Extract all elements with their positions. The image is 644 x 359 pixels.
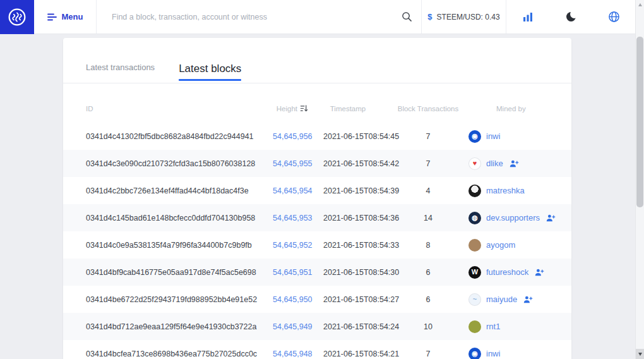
menu-button[interactable]: Menu xyxy=(34,0,96,33)
miner-avatar: ◉ xyxy=(468,130,481,143)
block-timestamp: 2021-06-15T08:54:27 xyxy=(308,295,388,304)
table-row: 0341d4c3e090cd210732fcfd3ac15b8076038128… xyxy=(63,150,571,177)
block-timestamp: 2021-06-15T08:54:42 xyxy=(308,159,388,168)
tab-latest-blocks[interactable]: Latest blocks xyxy=(179,63,241,83)
mined-by-cell: ayogom xyxy=(468,239,549,252)
block-id: 0341d4c41302fbf5dbc8682a8484fbd22c944941 xyxy=(86,132,273,141)
tab-latest-blocks-label: Latest blocks xyxy=(179,63,241,75)
block-height-link[interactable]: 54,645,950 xyxy=(273,295,313,304)
miner-account-link[interactable]: matreshka xyxy=(486,186,525,195)
block-id: 0341d4be6722d25f2943719fd988952bb4e91e52 xyxy=(86,295,273,304)
latest-blocks-card: Latest transactions Latest blocks ID Hei… xyxy=(63,38,571,359)
search-button[interactable] xyxy=(392,0,421,34)
miner-account-link[interactable]: dlike xyxy=(486,159,503,168)
block-timestamp: 2021-06-15T08:54:30 xyxy=(308,268,388,277)
column-header-mined-by: Mined by xyxy=(468,105,549,123)
table-row: 0341d4c0e9a538135f4a79f96fa34400b7c9b9fb… xyxy=(63,231,571,259)
table-row: 0341d4bcfea713ce8698b436ea775b27025dcc0c… xyxy=(63,340,571,359)
tab-latest-transactions[interactable]: Latest transactions xyxy=(86,63,155,83)
sort-icon xyxy=(300,104,308,113)
block-transactions-count: 7 xyxy=(388,350,468,358)
scrollbar-thumb[interactable] xyxy=(636,37,643,207)
block-transactions-count: 7 xyxy=(388,159,468,168)
search-icon xyxy=(402,11,412,22)
miner-avatar: W xyxy=(468,266,481,279)
block-height-link[interactable]: 54,645,951 xyxy=(273,268,313,277)
miner-account-link[interactable]: inwi xyxy=(486,349,500,358)
block-id: 0341d4bd712ae9eaa129f5f64e9e41930cb3722a xyxy=(86,322,273,331)
miner-avatar: ◍ xyxy=(468,212,481,224)
block-height-link[interactable]: 54,645,949 xyxy=(273,322,313,331)
mined-by-cell: ♥ dlike xyxy=(468,157,549,170)
block-id: 0341d4c145bad61e148bcfecc0ddfd704130b958 xyxy=(86,214,273,222)
stats-button[interactable] xyxy=(506,0,549,33)
hamburger-icon xyxy=(47,13,57,21)
block-timestamp: 2021-06-15T08:54:39 xyxy=(308,186,388,195)
miner-avatar: ~ xyxy=(468,293,481,306)
scrollbar-up-button[interactable] xyxy=(636,0,644,9)
block-id: 0341d4c2bbc726e134ef4ffad44c4bf18dac4f3e xyxy=(86,186,273,195)
block-height-link[interactable]: 54,645,955 xyxy=(273,159,313,168)
block-transactions-count: 6 xyxy=(388,295,468,304)
price-label: STEEM/USD: 0.43 xyxy=(437,13,500,21)
miner-account-link[interactable]: dev.supporters xyxy=(486,213,540,222)
miner-avatar xyxy=(468,320,481,333)
block-transactions-count: 14 xyxy=(388,214,468,222)
witness-icon xyxy=(535,268,544,277)
dollar-icon: $ xyxy=(427,12,432,21)
block-height-link[interactable]: 54,645,956 xyxy=(273,132,313,141)
block-height-link[interactable]: 54,645,948 xyxy=(273,350,313,358)
miner-account-link[interactable]: rnt1 xyxy=(486,322,500,331)
block-height-link[interactable]: 54,645,954 xyxy=(273,186,313,195)
browser-scrollbar xyxy=(635,0,644,359)
block-timestamp: 2021-06-15T08:54:45 xyxy=(308,132,388,141)
steem-logo[interactable] xyxy=(0,0,34,34)
block-height-link[interactable]: 54,645,952 xyxy=(273,241,313,250)
mined-by-cell: W futureshock xyxy=(468,266,549,279)
column-header-timestamp: Timestamp xyxy=(308,105,388,123)
column-header-height[interactable]: Height xyxy=(273,104,308,123)
block-transactions-count: 7 xyxy=(388,132,468,141)
block-timestamp: 2021-06-15T08:54:33 xyxy=(308,241,388,250)
chart-icon xyxy=(522,12,534,22)
dark-mode-button[interactable] xyxy=(549,0,592,33)
search-input[interactable] xyxy=(112,13,392,21)
language-button[interactable] xyxy=(592,0,635,33)
search-bar xyxy=(97,0,421,33)
menu-label: Menu xyxy=(62,12,83,21)
table-header-row: ID Height Timestamp Block Transactions M… xyxy=(63,83,571,123)
block-height-link[interactable]: 54,645,953 xyxy=(273,214,313,222)
block-transactions-count: 8 xyxy=(388,241,468,250)
mined-by-cell: ◍ dev.supporters xyxy=(468,212,556,224)
miner-avatar xyxy=(468,239,481,252)
witness-icon xyxy=(523,295,533,304)
block-transactions-count: 6 xyxy=(388,268,468,277)
block-id: 0341d4c0e9a538135f4a79f96fa34400b7c9b9fb xyxy=(86,241,273,250)
scrollbar-down-button[interactable] xyxy=(636,349,644,359)
miner-account-link[interactable]: inwi xyxy=(486,131,500,141)
block-transactions-count: 10 xyxy=(388,322,468,331)
column-header-transactions: Block Transactions xyxy=(388,105,468,123)
column-header-height-label: Height xyxy=(277,105,297,113)
mined-by-cell: rnt1 xyxy=(468,320,549,333)
miner-avatar: ♥ xyxy=(468,157,481,170)
column-header-id: ID xyxy=(86,105,273,123)
block-timestamp: 2021-06-15T08:54:24 xyxy=(308,322,388,331)
mined-by-cell: matreshka xyxy=(468,185,549,197)
block-id: 0341d4bf9cab416775e05aa917d8e74f5ac5e698 xyxy=(86,268,273,277)
block-id: 0341d4bcfea713ce8698b436ea775b27025dcc0c xyxy=(86,350,273,358)
table-row: 0341d4c2bbc726e134ef4ffad44c4bf18dac4f3e… xyxy=(63,177,571,204)
price-ticker[interactable]: $ STEEM/USD: 0.43 xyxy=(422,0,506,33)
table-row: 0341d4bd712ae9eaa129f5f64e9e41930cb3722a… xyxy=(63,313,571,340)
steem-logo-icon xyxy=(5,5,29,29)
mined-by-cell: ~ maiyude xyxy=(468,293,549,306)
miner-account-link[interactable]: maiyude xyxy=(486,295,517,304)
miner-avatar: ◉ xyxy=(468,348,481,359)
table-body: 0341d4c41302fbf5dbc8682a8484fbd22c944941… xyxy=(63,123,571,359)
block-timestamp: 2021-06-15T08:54:21 xyxy=(308,350,388,358)
miner-account-link[interactable]: futureshock xyxy=(486,267,528,277)
table-row: 0341d4c145bad61e148bcfecc0ddfd704130b958… xyxy=(63,204,571,231)
miner-account-link[interactable]: ayogom xyxy=(486,240,515,250)
block-id: 0341d4c3e090cd210732fcfd3ac15b8076038128 xyxy=(86,159,273,168)
table-row: 0341d4bf9cab416775e05aa917d8e74f5ac5e698… xyxy=(63,259,571,286)
